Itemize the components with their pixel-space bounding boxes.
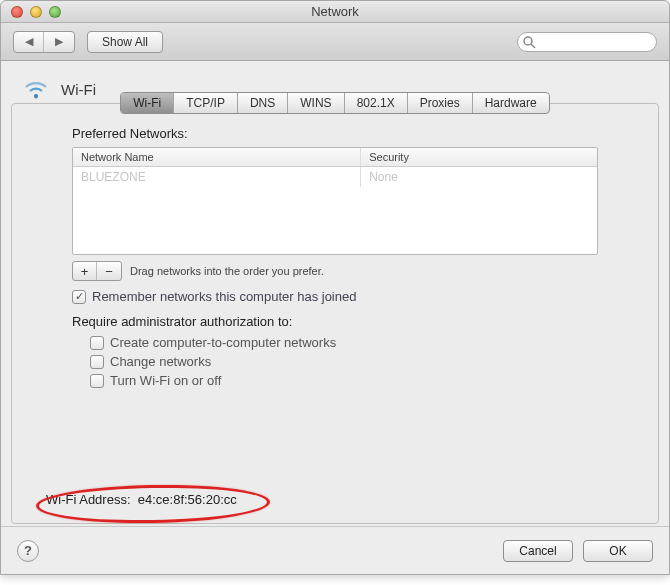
require-items: Create computer-to-computer networksChan…	[90, 335, 598, 388]
remove-network-button[interactable]: −	[97, 262, 121, 280]
close-icon[interactable]	[11, 6, 23, 18]
nav-segment: ◀ ▶	[13, 31, 75, 53]
tab-proxies[interactable]: Proxies	[408, 93, 473, 113]
add-network-button[interactable]: +	[73, 262, 97, 280]
require-label-text: Turn Wi-Fi on or off	[110, 373, 221, 388]
col-header-security[interactable]: Security	[361, 148, 597, 166]
wifi-address-value: e4:ce:8f:56:20:cc	[138, 492, 237, 507]
list-header: Network Name Security	[73, 148, 597, 167]
tab-bar: Wi-FiTCP/IPDNSWINS802.1XProxiesHardware	[28, 92, 642, 114]
require-checkbox[interactable]	[90, 336, 104, 350]
settings-sheet: Wi-FiTCP/IPDNSWINS802.1XProxiesHardware …	[11, 103, 659, 524]
network-window: Network ◀ ▶ Show All Wi-Fi	[0, 0, 670, 575]
col-header-name[interactable]: Network Name	[73, 148, 361, 166]
remember-row[interactable]: ✓ Remember networks this computer has jo…	[72, 289, 598, 304]
window-title: Network	[1, 4, 669, 19]
back-button[interactable]: ◀	[14, 32, 44, 52]
tab-hardware[interactable]: Hardware	[473, 93, 549, 113]
content: Wi-Fi Wi-FiTCP/IPDNSWINS802.1XProxiesHar…	[1, 61, 669, 526]
cell-network-name: BLUEZONE	[73, 167, 361, 187]
require-item[interactable]: Turn Wi-Fi on or off	[90, 373, 598, 388]
plus-minus: + −	[72, 261, 122, 281]
search-input[interactable]	[517, 32, 657, 52]
help-button[interactable]: ?	[17, 540, 39, 562]
require-checkbox[interactable]	[90, 374, 104, 388]
svg-line-1	[531, 44, 535, 48]
remember-checkbox[interactable]: ✓	[72, 290, 86, 304]
require-label-text: Change networks	[110, 354, 211, 369]
zoom-icon[interactable]	[49, 6, 61, 18]
traffic-lights	[1, 6, 61, 18]
tab-wi-fi[interactable]: Wi-Fi	[121, 93, 174, 113]
require-label-text: Create computer-to-computer networks	[110, 335, 336, 350]
titlebar: Network	[1, 1, 669, 23]
minimize-icon[interactable]	[30, 6, 42, 18]
svg-point-0	[524, 37, 532, 45]
tab-dns[interactable]: DNS	[238, 93, 288, 113]
tab-802-1x[interactable]: 802.1X	[345, 93, 408, 113]
wifi-address-label: Wi-Fi Address:	[46, 492, 131, 507]
require-label: Require administrator authorization to:	[72, 314, 598, 329]
remember-label: Remember networks this computer has join…	[92, 289, 356, 304]
footer: ? Cancel OK	[1, 526, 669, 574]
reorder-hint: Drag networks into the order you prefer.	[130, 265, 324, 277]
toolbar: ◀ ▶ Show All	[1, 23, 669, 61]
preferred-networks-list[interactable]: Network Name Security BLUEZONENone	[72, 147, 598, 255]
wifi-address-row: Wi-Fi Address: e4:ce:8f:56:20:cc	[28, 480, 642, 513]
forward-button[interactable]: ▶	[44, 32, 74, 52]
ok-button[interactable]: OK	[583, 540, 653, 562]
table-row[interactable]: BLUEZONENone	[73, 167, 597, 187]
tab-tcp-ip[interactable]: TCP/IP	[174, 93, 238, 113]
require-checkbox[interactable]	[90, 355, 104, 369]
tab-wins[interactable]: WINS	[288, 93, 344, 113]
preferred-label: Preferred Networks:	[72, 126, 598, 141]
require-item[interactable]: Change networks	[90, 354, 598, 369]
require-item[interactable]: Create computer-to-computer networks	[90, 335, 598, 350]
cancel-button[interactable]: Cancel	[503, 540, 573, 562]
list-controls: + − Drag networks into the order you pre…	[72, 261, 598, 281]
show-all-button[interactable]: Show All	[87, 31, 163, 53]
section: Preferred Networks: Network Name Securit…	[28, 126, 642, 388]
search-icon	[523, 36, 536, 49]
cell-security: None	[361, 167, 597, 187]
